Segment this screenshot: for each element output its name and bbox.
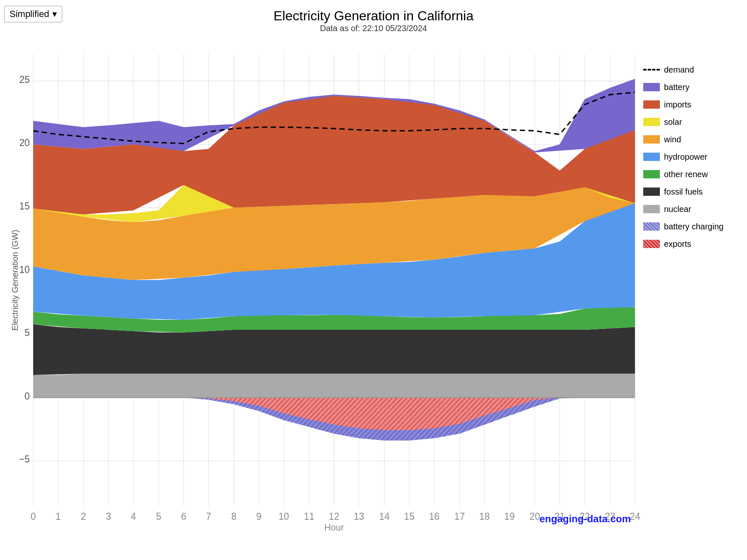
- legend-label-solar: solar: [664, 114, 682, 129]
- legend-item-exports: exports: [643, 236, 739, 251]
- legend-swatch-demand: [643, 69, 660, 71]
- legend-swatch-imports: [643, 100, 660, 109]
- legend-label-battery-charging: battery charging: [664, 219, 723, 234]
- dropdown-label: Simplified: [10, 9, 49, 19]
- nuclear-area: [33, 374, 635, 398]
- svg-text:4: 4: [131, 511, 136, 522]
- svg-text:14: 14: [379, 511, 390, 522]
- svg-text:8: 8: [231, 511, 237, 522]
- svg-text:0: 0: [31, 511, 36, 522]
- legend-swatch-hydropower: [643, 153, 660, 161]
- legend-label-nuclear: nuclear: [664, 202, 691, 217]
- svg-text:1: 1: [56, 511, 61, 522]
- chart-svg: 0 5 10 15 20 25 −5 0 1 2 3 4 5 6 7 8 9 1…: [33, 54, 635, 506]
- fossil-fuels-area: [33, 324, 635, 375]
- svg-text:11: 11: [304, 511, 314, 522]
- legend-swatch-wind: [643, 135, 660, 144]
- chevron-down-icon: ▾: [52, 9, 57, 19]
- svg-text:6: 6: [181, 511, 186, 522]
- legend-item-hydropower: hydropower: [643, 149, 739, 164]
- svg-text:16: 16: [429, 511, 439, 522]
- svg-text:18: 18: [479, 511, 490, 522]
- legend-item-nuclear: nuclear: [643, 202, 739, 217]
- legend-swatch-solar: [643, 118, 660, 126]
- legend-item-wind: wind: [643, 132, 739, 147]
- svg-text:7: 7: [206, 511, 211, 522]
- legend-swatch-nuclear: [643, 205, 660, 213]
- svg-text:10: 10: [278, 511, 289, 522]
- legend-item-other-renew: other renew: [643, 167, 739, 182]
- svg-text:5: 5: [156, 511, 161, 522]
- legend-item-solar: solar: [643, 114, 739, 129]
- legend-label-exports: exports: [664, 236, 691, 251]
- legend-swatch-battery: [643, 83, 660, 91]
- svg-text:2: 2: [81, 511, 86, 522]
- svg-text:12: 12: [329, 511, 339, 522]
- legend-item-battery: battery: [643, 80, 739, 95]
- legend-label-wind: wind: [664, 132, 681, 147]
- legend-label-hydropower: hydropower: [664, 149, 708, 164]
- watermark: engaging-data.com: [540, 513, 631, 524]
- legend-swatch-fossil-fuels: [643, 187, 660, 196]
- legend-item-demand: demand: [643, 62, 739, 77]
- y-axis-label: Electricity Generation (GW): [11, 229, 20, 330]
- x-axis-label: Hour: [324, 522, 344, 533]
- svg-text:19: 19: [504, 511, 515, 522]
- legend-swatch-exports: [643, 240, 660, 248]
- svg-text:17: 17: [454, 511, 465, 522]
- chart-title: Electricity Generation in California: [0, 8, 747, 24]
- svg-text:15: 15: [404, 511, 415, 522]
- chart-subtitle: Data as of: 22:10 05/23/2024: [0, 24, 747, 33]
- legend-item-imports: imports: [643, 97, 739, 112]
- legend-label-imports: imports: [664, 97, 691, 112]
- legend-label-demand: demand: [664, 62, 694, 77]
- chart-title-area: Electricity Generation in California Dat…: [0, 0, 747, 33]
- svg-text:9: 9: [256, 511, 261, 522]
- svg-text:3: 3: [106, 511, 111, 522]
- legend: demand battery imports solar wind hydrop…: [643, 62, 739, 254]
- legend-item-battery-charging: battery charging: [643, 219, 739, 234]
- legend-swatch-other-renew: [643, 170, 660, 178]
- legend-swatch-battery-charging: [643, 222, 660, 231]
- legend-label-battery: battery: [664, 80, 689, 95]
- svg-text:20: 20: [530, 511, 540, 522]
- svg-text:24: 24: [630, 511, 640, 522]
- legend-item-fossil-fuels: fossil fuels: [643, 184, 739, 199]
- chart-area: 0 5 10 15 20 25 −5 0 1 2 3 4 5 6 7 8 9 1…: [33, 54, 635, 506]
- simplified-dropdown[interactable]: Simplified ▾: [4, 6, 62, 22]
- legend-label-fossil-fuels: fossil fuels: [664, 184, 703, 199]
- svg-text:13: 13: [354, 511, 364, 522]
- legend-label-other-renew: other renew: [664, 167, 708, 182]
